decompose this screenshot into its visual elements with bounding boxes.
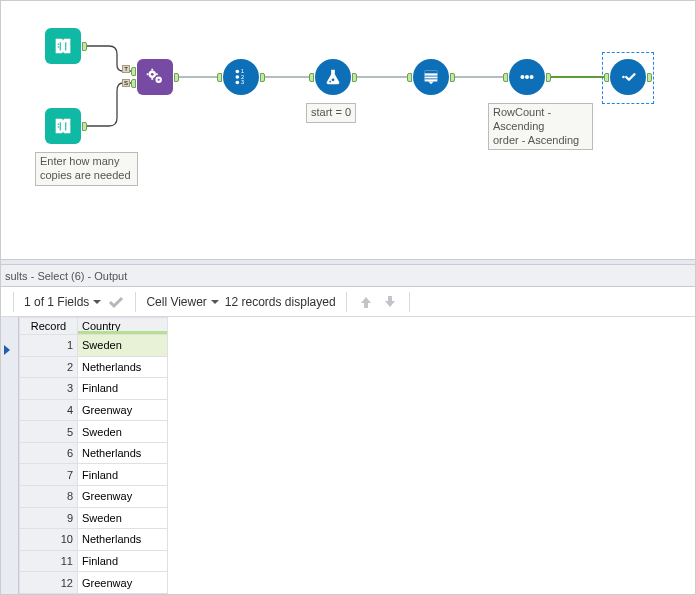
- port-label-t: T: [122, 65, 130, 73]
- results-header: sults - Select (6) - Output: [1, 265, 695, 287]
- input-port[interactable]: [503, 73, 508, 82]
- svg-point-2: [58, 43, 59, 44]
- table-row[interactable]: 2Netherlands: [20, 356, 168, 378]
- record-cell[interactable]: 12: [20, 572, 78, 594]
- port-label-s: S: [122, 79, 130, 87]
- svg-point-28: [520, 75, 524, 79]
- table-row[interactable]: 10Netherlands: [20, 529, 168, 551]
- svg-point-10: [151, 73, 154, 76]
- table-row[interactable]: 8Greenway: [20, 486, 168, 508]
- formula-caption: start = 0: [306, 103, 356, 123]
- table-row[interactable]: 12Greenway: [20, 572, 168, 594]
- svg-point-30: [530, 75, 534, 79]
- record-cell[interactable]: 6: [20, 442, 78, 464]
- country-cell[interactable]: Sweden: [78, 335, 168, 357]
- input-port[interactable]: [217, 73, 222, 82]
- record-cell[interactable]: 5: [20, 421, 78, 443]
- input-port[interactable]: [309, 73, 314, 82]
- table-row[interactable]: 5Sweden: [20, 421, 168, 443]
- table-row[interactable]: 6Netherlands: [20, 442, 168, 464]
- row-selector-gutter[interactable]: [1, 317, 19, 594]
- generate-rows-tool[interactable]: [413, 59, 449, 95]
- arrow-down-icon[interactable]: [381, 293, 399, 311]
- input-port[interactable]: [604, 73, 609, 82]
- output-port[interactable]: [546, 73, 551, 82]
- table-row[interactable]: 4Greenway: [20, 399, 168, 421]
- table-row[interactable]: 1Sweden: [20, 335, 168, 357]
- current-row-caret-icon: [4, 345, 10, 355]
- input-port-s[interactable]: [131, 79, 136, 88]
- output-port[interactable]: [82, 42, 87, 51]
- svg-point-17: [236, 75, 240, 79]
- record-cell[interactable]: 7: [20, 464, 78, 486]
- input-port-t[interactable]: [131, 67, 136, 76]
- text-input-caption: Enter how many copies are needed: [35, 152, 138, 186]
- country-cell[interactable]: Netherlands: [78, 529, 168, 551]
- record-cell[interactable]: 10: [20, 529, 78, 551]
- records-count: 12 records displayed: [225, 295, 336, 309]
- sort-tool[interactable]: [509, 59, 545, 95]
- output-port[interactable]: [352, 73, 357, 82]
- svg-point-29: [525, 75, 529, 79]
- select-tool[interactable]: [610, 59, 646, 95]
- country-cell[interactable]: Sweden: [78, 421, 168, 443]
- svg-point-11: [158, 79, 160, 81]
- record-cell[interactable]: 9: [20, 507, 78, 529]
- arrow-up-icon[interactable]: [357, 293, 375, 311]
- append-fields-tool[interactable]: [137, 59, 173, 95]
- svg-point-23: [329, 81, 331, 83]
- svg-point-7: [58, 126, 59, 127]
- record-id-tool[interactable]: 123: [223, 59, 259, 95]
- country-cell[interactable]: Netherlands: [78, 442, 168, 464]
- fields-dropdown[interactable]: 1 of 1 Fields: [24, 295, 101, 309]
- svg-point-18: [236, 81, 240, 85]
- country-cell[interactable]: Finland: [78, 378, 168, 400]
- record-cell[interactable]: 1: [20, 335, 78, 357]
- country-cell[interactable]: Sweden: [78, 507, 168, 529]
- svg-point-31: [622, 76, 625, 79]
- output-port[interactable]: [647, 73, 652, 82]
- results-toolbar: 1 of 1 Fields Cell Viewer 12 records dis…: [1, 287, 695, 317]
- country-cell[interactable]: Netherlands: [78, 356, 168, 378]
- column-header-country[interactable]: Country: [78, 318, 168, 335]
- country-cell[interactable]: Finland: [78, 550, 168, 572]
- svg-point-16: [236, 70, 240, 74]
- input-port[interactable]: [407, 73, 412, 82]
- record-cell[interactable]: 11: [20, 550, 78, 572]
- column-header-record[interactable]: Record: [20, 318, 78, 335]
- results-grid[interactable]: Record Country 1Sweden2Netherlands3Finla…: [1, 317, 695, 594]
- record-cell[interactable]: 3: [20, 378, 78, 400]
- svg-text:3: 3: [241, 79, 244, 85]
- record-cell[interactable]: 2: [20, 356, 78, 378]
- text-input-tool-2[interactable]: [45, 108, 81, 144]
- country-cell[interactable]: Greenway: [78, 572, 168, 594]
- output-port[interactable]: [260, 73, 265, 82]
- record-cell[interactable]: 4: [20, 399, 78, 421]
- country-cell[interactable]: Finland: [78, 464, 168, 486]
- table-row[interactable]: 9Sweden: [20, 507, 168, 529]
- output-port[interactable]: [174, 73, 179, 82]
- output-port[interactable]: [82, 122, 87, 131]
- table-row[interactable]: 7Finland: [20, 464, 168, 486]
- table-row[interactable]: 11Finland: [20, 550, 168, 572]
- country-cell[interactable]: Greenway: [78, 486, 168, 508]
- svg-point-22: [332, 78, 335, 81]
- table-row[interactable]: 3Finland: [20, 378, 168, 400]
- check-icon[interactable]: [107, 293, 125, 311]
- svg-point-6: [58, 123, 59, 124]
- svg-rect-25: [425, 71, 438, 74]
- sort-caption: RowCount - Ascending order - Ascending: [488, 103, 593, 150]
- output-port[interactable]: [450, 73, 455, 82]
- formula-tool[interactable]: [315, 59, 351, 95]
- country-cell[interactable]: Greenway: [78, 399, 168, 421]
- svg-point-3: [58, 46, 59, 47]
- record-cell[interactable]: 8: [20, 486, 78, 508]
- text-input-tool-1[interactable]: [45, 28, 81, 64]
- cell-viewer-dropdown[interactable]: Cell Viewer: [146, 295, 218, 309]
- workflow-canvas[interactable]: Enter how many copies are needed 123 sta…: [1, 1, 695, 259]
